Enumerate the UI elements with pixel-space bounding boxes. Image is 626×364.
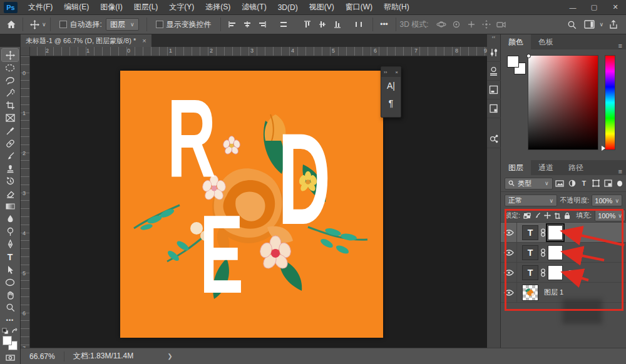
ruler-origin-corner[interactable] xyxy=(21,47,30,56)
menu-3d[interactable]: 3D(D) xyxy=(272,0,304,15)
visibility-toggle[interactable] xyxy=(501,223,517,243)
color-panel-fg-bg-swatches[interactable] xyxy=(507,56,526,74)
pen-tool[interactable] xyxy=(2,238,18,251)
lock-position-button[interactable] xyxy=(544,211,551,220)
filter-type-dropdown[interactable]: 类型 ∨ xyxy=(505,178,553,190)
filter-smart-objects-button[interactable] xyxy=(603,178,613,189)
mask-link-icon[interactable] xyxy=(540,248,546,257)
menu-image[interactable]: 图像(I) xyxy=(95,0,128,15)
lasso-tool[interactable] xyxy=(2,74,18,86)
hue-slider-marker[interactable] xyxy=(602,146,605,151)
menu-filter[interactable]: 滤镜(T) xyxy=(236,0,272,15)
magic-wand-tool[interactable] xyxy=(2,87,18,99)
opacity-field[interactable]: 100% ∨ xyxy=(592,195,622,206)
move-tool[interactable] xyxy=(2,49,18,61)
zoom-tool[interactable] xyxy=(2,301,18,313)
layer-name[interactable]: R xyxy=(568,269,573,276)
tab-swatches[interactable]: 色板 xyxy=(531,34,561,49)
healing-brush-tool[interactable] xyxy=(2,137,18,149)
home-button[interactable] xyxy=(4,17,19,32)
type-layer-thumbnail[interactable]: T xyxy=(522,225,538,240)
dock-properties-button[interactable] xyxy=(487,81,501,99)
filter-toggle-switch[interactable] xyxy=(617,181,622,186)
path-selection-tool[interactable] xyxy=(2,263,18,276)
3d-roll-button[interactable] xyxy=(449,17,464,32)
marquee-tool[interactable] xyxy=(2,61,18,74)
menu-edit[interactable]: 编辑(E) xyxy=(58,0,95,15)
shape-tool[interactable] xyxy=(2,276,18,288)
canvas-viewport[interactable]: R D E xyxy=(30,56,487,348)
3d-camera-button[interactable] xyxy=(494,17,509,32)
dodge-tool[interactable] xyxy=(2,225,18,238)
lock-artboard-button[interactable] xyxy=(554,211,561,220)
filter-adjustment-layers-button[interactable] xyxy=(567,178,577,189)
type-layer-thumbnail[interactable]: T xyxy=(522,245,538,260)
layer-row-r[interactable]: T R xyxy=(501,263,626,283)
foreground-color-swatch[interactable] xyxy=(3,336,12,345)
saturation-brightness-field[interactable] xyxy=(528,55,598,150)
filter-pixel-layers-button[interactable] xyxy=(555,178,565,189)
3d-slide-button[interactable] xyxy=(479,17,494,32)
eraser-tool[interactable] xyxy=(2,188,18,200)
panel-expand-icon[interactable]: ›› xyxy=(384,69,387,75)
mask-link-icon[interactable] xyxy=(540,228,546,237)
align-left-button[interactable] xyxy=(225,17,240,32)
gradient-tool[interactable] xyxy=(2,200,18,213)
menu-window[interactable]: 窗口(W) xyxy=(340,0,378,15)
collapse-dock-icon[interactable]: ‹‹ xyxy=(492,34,495,43)
align-right-button[interactable] xyxy=(255,17,270,32)
menu-type[interactable]: 文字(Y) xyxy=(163,0,200,15)
document-tab[interactable]: 未标题-1 @ 66.7% (D, 图层蒙版/8) * × xyxy=(21,34,151,47)
frame-tool[interactable] xyxy=(2,112,18,124)
crop-tool[interactable] xyxy=(2,99,18,112)
layer-name[interactable]: D xyxy=(568,229,573,236)
blend-mode-dropdown[interactable]: 正常 ∨ xyxy=(505,195,557,206)
filter-type-layers-button[interactable]: T xyxy=(579,178,588,189)
swap-colors-icon[interactable] xyxy=(11,328,18,335)
edit-toolbar-button[interactable]: ••• xyxy=(2,314,18,326)
vertical-ruler[interactable]: 0 1 2 3 4 5 6 7 xyxy=(21,56,30,348)
canvas-document[interactable]: R D E xyxy=(120,71,383,338)
maximize-button[interactable]: ▢ xyxy=(583,0,605,15)
preset-chevron-icon[interactable]: ∨ xyxy=(42,21,46,28)
search-button[interactable] xyxy=(564,17,579,32)
visibility-toggle[interactable] xyxy=(501,243,517,263)
dock-libraries-button[interactable] xyxy=(487,62,501,81)
distribute-h-button[interactable] xyxy=(276,17,291,32)
brush-tool[interactable] xyxy=(2,149,18,162)
auto-select-checkbox[interactable] xyxy=(59,21,67,28)
blur-tool[interactable] xyxy=(2,213,18,225)
filter-shape-layers-button[interactable] xyxy=(591,178,600,189)
zoom-level-field[interactable]: 66.67% xyxy=(21,352,64,361)
dock-adjustments-button[interactable] xyxy=(487,43,501,62)
layer-mask-thumbnail[interactable] xyxy=(548,265,563,280)
layer-mask-thumbnail[interactable] xyxy=(548,225,563,240)
tab-close-icon[interactable]: × xyxy=(142,37,146,44)
visibility-toggle[interactable] xyxy=(501,263,517,283)
tab-paths[interactable]: 路径 xyxy=(561,160,591,175)
panel-menu-icon[interactable]: ≡ xyxy=(615,42,626,49)
layer-name[interactable]: E xyxy=(568,249,573,256)
tab-layers[interactable]: 图层 xyxy=(501,160,531,175)
quick-mask-button[interactable] xyxy=(2,351,18,364)
fill-field[interactable]: 100% ∨ xyxy=(595,210,625,221)
menu-file[interactable]: 文件(F) xyxy=(23,0,58,15)
tab-channels[interactable]: 通道 xyxy=(531,160,561,175)
workspace-button[interactable] xyxy=(582,17,597,32)
layer-row-d[interactable]: T D xyxy=(501,223,626,243)
horizontal-ruler[interactable]: 2 1 0 1 2 3 4 5 6 7 8 9 xyxy=(21,47,487,56)
clone-stamp-tool[interactable] xyxy=(2,163,18,175)
paragraph-panel-button[interactable]: ¶ xyxy=(381,94,401,112)
more-align-options-button[interactable]: ••• xyxy=(377,17,392,32)
character-panel-button[interactable]: A| xyxy=(381,77,401,94)
layer-mask-thumbnail[interactable] xyxy=(548,245,563,260)
distribute-v-button[interactable] xyxy=(351,17,366,32)
close-button[interactable]: ✕ xyxy=(605,0,626,15)
type-tool[interactable]: T xyxy=(2,251,18,263)
panel-menu-icon[interactable]: ≡ xyxy=(615,168,626,175)
dock-info-button[interactable] xyxy=(487,99,501,118)
lock-transparency-button[interactable] xyxy=(523,211,531,220)
lock-pixels-button[interactable] xyxy=(534,211,541,220)
hand-tool[interactable] xyxy=(2,288,18,301)
mask-link-icon[interactable] xyxy=(540,268,546,277)
